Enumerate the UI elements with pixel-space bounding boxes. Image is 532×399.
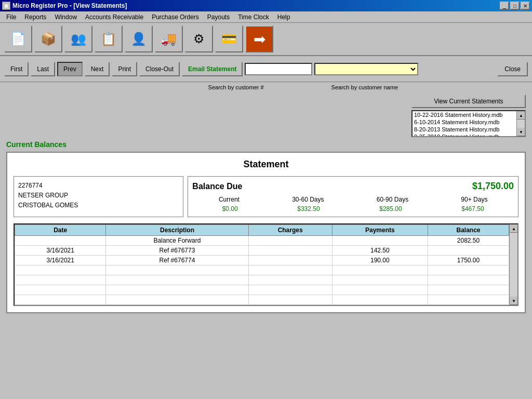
customer-id: 2276774: [18, 181, 179, 191]
close-out-button[interactable]: Close-Out: [139, 62, 180, 76]
app-icon: ▣: [2, 2, 10, 10]
row2-balance: 1750.00: [428, 256, 509, 265]
aging-value-3: $467.50: [461, 205, 484, 212]
row1-balance: [428, 246, 509, 256]
exit-button[interactable]: ➡: [245, 25, 273, 52]
aging-header-2: 60-90 Days: [377, 196, 408, 203]
row0-balance: 2082.50: [428, 236, 509, 246]
row1-date: 3/16/2021: [15, 246, 106, 256]
menu-reports[interactable]: Reports: [20, 12, 50, 22]
aging-value-0: $0.00: [222, 205, 238, 212]
menu-payouts[interactable]: Payouts: [203, 12, 234, 22]
listbox-scroll-up[interactable]: ▲: [517, 111, 525, 119]
col-balance: Balance: [428, 225, 509, 236]
table-row: 3/16/2021 Ref #676773 142.50: [15, 246, 509, 256]
menu-file[interactable]: File: [2, 12, 20, 22]
current-balances-label: Current Balances: [6, 140, 526, 149]
aging-values: $0.00 $332.50 $285.00 $467.50: [192, 205, 514, 212]
search-customer-name-dropdown[interactable]: [314, 63, 418, 75]
open-button[interactable]: 📦: [34, 25, 62, 52]
menu-purchase-orders[interactable]: Purchase Orders: [148, 12, 203, 22]
customer-button[interactable]: 👥: [64, 25, 92, 52]
close-button[interactable]: ✕: [521, 2, 530, 10]
menu-window[interactable]: Window: [50, 12, 81, 22]
table-scroll-up[interactable]: ▲: [510, 224, 518, 233]
app-title: Micro Register Pro - [View Statements]: [12, 2, 127, 9]
table-scroll-down[interactable]: ▼: [510, 297, 518, 305]
col-charges: Charges: [248, 225, 332, 236]
history-item-1[interactable]: 6-10-2014 Statement History.mdb: [413, 118, 516, 126]
menu-bar: File Reports Window Accounts Receivable …: [0, 11, 532, 23]
aging-header-0: Current: [219, 196, 240, 203]
row2-description: Ref #676774: [106, 256, 248, 265]
email-statement-button[interactable]: Email Statement: [182, 62, 243, 76]
listbox-scroll-down[interactable]: ▼: [517, 128, 525, 136]
aging-value-2: $285.00: [379, 205, 402, 212]
balance-due-label: Balance Due: [192, 182, 242, 191]
history-item-0[interactable]: 10-22-2016 Statement History.mdb: [413, 111, 516, 118]
row1-charges: [248, 246, 332, 256]
customer-company: NETSER GROUP: [18, 191, 179, 201]
user-button[interactable]: 👤: [125, 25, 153, 52]
balance-due-amount: $1,750.00: [472, 181, 514, 192]
maximize-button[interactable]: □: [510, 2, 520, 10]
toolbar: 📄 📦 👥 📋 👤 🚚 ⚙ 💳 ➡: [0, 23, 532, 56]
menu-time-clock[interactable]: Time Clock: [234, 12, 273, 22]
history-item-3[interactable]: 9-25-2018 Statement History.mdb: [413, 133, 516, 136]
statement-box: Statement 2276774 NETSER GROUP CRISTOBAL…: [6, 152, 526, 313]
table-row-empty: [15, 295, 509, 305]
row2-date: 3/16/2021: [15, 256, 106, 265]
first-button[interactable]: First: [4, 62, 29, 76]
table-row: 3/16/2021 Ref #676774 190.00 1750.00: [15, 256, 509, 265]
menu-help[interactable]: Help: [273, 12, 295, 22]
row1-payments: 142.50: [332, 246, 428, 256]
statements-button[interactable]: 📋: [95, 25, 123, 52]
row0-charges: [248, 236, 332, 246]
search-customer-num-input[interactable]: [245, 63, 312, 75]
view-current-statements-button[interactable]: View Current Statements: [411, 95, 526, 108]
minimize-button[interactable]: _: [500, 2, 509, 10]
paid-button[interactable]: 💳: [215, 25, 243, 52]
row2-payments: 190.00: [332, 256, 428, 265]
table-scrollbar[interactable]: ▲ ▼: [509, 224, 517, 305]
new-button[interactable]: 📄: [4, 25, 32, 52]
config-button[interactable]: ⚙: [185, 25, 213, 52]
row0-date: [15, 236, 106, 246]
prev-button[interactable]: Prev: [57, 62, 83, 76]
nav-bar: First Last Prev Next Print Close-Out Ema…: [0, 56, 532, 82]
history-item-2[interactable]: 8-20-2013 Statement History.mdb: [413, 126, 516, 133]
col-date: Date: [15, 225, 106, 236]
table-row-empty: [15, 285, 509, 295]
customer-name: CRISTOBAL GOMES: [18, 201, 179, 210]
customer-info: 2276774 NETSER GROUP CRISTOBAL GOMES: [14, 176, 183, 217]
transaction-table-container: Date Description Charges Payments Balanc…: [14, 223, 518, 306]
table-row: Balance Forward 2082.50: [15, 236, 509, 246]
row1-description: Ref #676773: [106, 246, 248, 256]
next-button[interactable]: Next: [85, 62, 110, 76]
col-payments: Payments: [332, 225, 428, 236]
aging-header-3: 90+ Days: [461, 196, 487, 203]
table-row-empty: [15, 265, 509, 275]
aging-header-1: 30-60 Days: [292, 196, 324, 203]
search-by-name-label: Search by customer name: [331, 84, 398, 90]
search-by-num-label: Search by customer #: [208, 84, 264, 90]
row0-description: Balance Forward: [106, 236, 248, 246]
print-button[interactable]: Print: [112, 62, 137, 76]
col-description: Description: [106, 225, 248, 236]
title-bar: ▣ Micro Register Pro - [View Statements]…: [0, 0, 532, 11]
table-row-empty: [15, 275, 509, 285]
history-listbox[interactable]: 10-22-2016 Statement History.mdb 6-10-20…: [411, 110, 526, 137]
aging-headers: Current 30-60 Days 60-90 Days 90+ Days: [192, 196, 514, 203]
transaction-table: Date Description Charges Payments Balanc…: [15, 224, 509, 305]
row0-payments: [332, 236, 428, 246]
row2-charges: [248, 256, 332, 265]
orders-button[interactable]: 🚚: [155, 25, 183, 52]
statement-title: Statement: [14, 159, 518, 170]
last-button[interactable]: Last: [31, 62, 55, 76]
balance-info: Balance Due $1,750.00 Current 30-60 Days…: [188, 176, 518, 217]
aging-value-1: $332.50: [297, 205, 320, 212]
menu-accounts-receivable[interactable]: Accounts Receivable: [81, 12, 148, 22]
close-nav-button[interactable]: Close: [497, 62, 528, 76]
